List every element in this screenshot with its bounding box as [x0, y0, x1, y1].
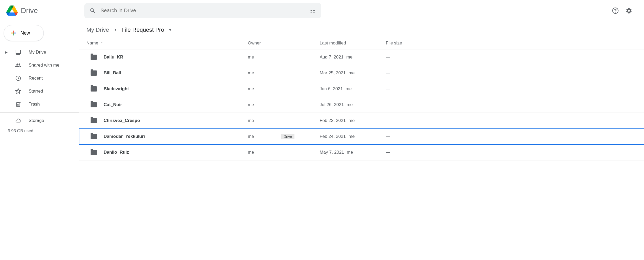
folder-icon: [91, 118, 97, 123]
file-modified: Mar 25, 2021: [320, 70, 346, 75]
file-owner: me: [248, 102, 254, 107]
file-name: Baiju_KR: [104, 55, 123, 60]
file-owner: me: [248, 134, 254, 139]
file-name: Bladewright: [104, 86, 129, 92]
shared-icon: [15, 62, 21, 68]
chevron-right-icon: [113, 27, 118, 32]
sidebar-item-label: Starred: [29, 89, 43, 94]
file-modified-by: me: [346, 55, 352, 60]
my-drive-icon: [15, 49, 21, 55]
column-header-owner[interactable]: Owner: [248, 41, 320, 46]
file-size: —: [386, 150, 390, 155]
file-modified: Feb 22, 2021: [320, 118, 346, 123]
folder-icon: [91, 70, 97, 76]
file-owner: me: [248, 150, 254, 155]
cloud-icon: [15, 118, 21, 124]
file-modified-by: me: [349, 118, 355, 123]
file-owner: me: [248, 86, 254, 91]
header: Drive: [0, 0, 644, 21]
column-header-name[interactable]: Name ↑: [86, 41, 248, 46]
nav: ▶ My Drive Shared with me Recent: [0, 46, 79, 133]
file-modified-by: me: [349, 70, 355, 75]
folder-icon: [91, 55, 97, 60]
folder-icon: [91, 86, 97, 92]
logo-block[interactable]: Drive: [6, 5, 84, 16]
star-icon: [15, 88, 21, 94]
sort-ascending-icon: ↑: [101, 41, 103, 46]
table-header: Name ↑ Owner Last modified File size: [79, 37, 644, 49]
file-size: —: [386, 70, 390, 75]
file-name: Cat_Noir: [104, 102, 122, 107]
plus-icon: [10, 29, 17, 37]
file-name: Danilo_Ruiz: [104, 150, 129, 155]
sidebar-item-label: My Drive: [29, 50, 46, 55]
storage-label: Storage: [29, 118, 44, 123]
settings-icon[interactable]: [625, 7, 633, 14]
recent-icon: [15, 75, 21, 81]
folder-icon: [91, 102, 97, 107]
table-row[interactable]: Danilo_Ruiz me May 7, 2021 me —: [79, 145, 644, 160]
folder-icon: [91, 150, 97, 155]
column-header-size[interactable]: File size: [386, 41, 637, 46]
column-label: Name: [86, 41, 98, 46]
sidebar-item-my-drive[interactable]: ▶ My Drive: [0, 46, 79, 59]
sidebar: New ▶ My Drive Shared with me: [0, 21, 79, 160]
drive-logo-icon: [6, 5, 18, 16]
file-name: Damodar_Yekkuluri: [104, 134, 145, 139]
file-modified: Jul 26, 2021: [320, 102, 344, 107]
file-size: —: [386, 86, 390, 91]
sidebar-item-trash[interactable]: Trash: [0, 98, 79, 111]
search-bar[interactable]: [84, 3, 321, 18]
sidebar-item-label: Trash: [29, 102, 40, 107]
file-owner: me: [248, 55, 254, 60]
tune-icon[interactable]: [310, 8, 316, 14]
storage-used: 9.93 GB used: [8, 129, 79, 133]
divider: [0, 112, 79, 113]
sidebar-item-starred[interactable]: Starred: [0, 85, 79, 98]
file-owner: me: [248, 118, 254, 123]
search-icon: [90, 8, 96, 14]
table-row[interactable]: Damodar_Yekkuluri me Feb 24, 2021 me — D…: [79, 129, 644, 145]
table-row[interactable]: Baiju_KR me Aug 7, 2021 me —: [79, 49, 644, 65]
app-name: Drive: [21, 6, 38, 15]
column-label: File size: [386, 41, 402, 46]
file-modified-by: me: [346, 102, 353, 107]
folder-icon: [91, 134, 97, 139]
sidebar-item-recent[interactable]: Recent: [0, 72, 79, 85]
file-owner: me: [248, 70, 254, 75]
sidebar-item-label: Shared with me: [29, 63, 59, 68]
file-list: Baiju_KR me Aug 7, 2021 me — Bill_Ball m…: [79, 49, 644, 160]
content: My Drive File Request Pro ▼ Name ↑ Owner…: [79, 21, 644, 160]
sidebar-item-storage[interactable]: Storage: [0, 114, 79, 127]
column-label: Last modified: [320, 41, 346, 46]
table-row[interactable]: Cat_Noir me Jul 26, 2021 me —: [79, 97, 644, 113]
file-name: Chrisvea_Crespo: [104, 118, 140, 123]
file-modified: Feb 24, 2021: [320, 134, 346, 139]
new-button[interactable]: New: [4, 25, 44, 41]
table-row[interactable]: Chrisvea_Crespo me Feb 22, 2021 me —: [79, 113, 644, 129]
file-modified-by: me: [346, 86, 352, 91]
sidebar-item-shared[interactable]: Shared with me: [0, 59, 79, 72]
sidebar-item-label: Recent: [29, 76, 43, 81]
table-row[interactable]: Bladewright me Jun 6, 2021 me —: [79, 81, 644, 97]
tooltip: Drive: [281, 134, 294, 139]
column-header-modified[interactable]: Last modified: [320, 41, 386, 46]
file-size: —: [386, 102, 390, 107]
file-modified-by: me: [349, 134, 355, 139]
breadcrumb-root[interactable]: My Drive: [86, 27, 109, 33]
breadcrumb-current[interactable]: File Request Pro: [122, 27, 164, 33]
file-modified: Aug 7, 2021: [320, 55, 344, 60]
breadcrumb-dropdown-icon[interactable]: ▼: [168, 28, 172, 32]
breadcrumb: My Drive File Request Pro ▼: [79, 21, 644, 37]
file-name: Bill_Ball: [104, 70, 121, 76]
file-modified: May 7, 2021: [320, 150, 344, 155]
search-input[interactable]: [100, 8, 305, 14]
table-row[interactable]: Bill_Ball me Mar 25, 2021 me —: [79, 65, 644, 81]
new-button-label: New: [21, 30, 30, 36]
file-size: —: [386, 118, 390, 123]
file-size: —: [386, 134, 390, 139]
expand-icon[interactable]: ▶: [5, 50, 8, 54]
svg-point-1: [615, 12, 615, 12]
file-modified-by: me: [347, 150, 353, 155]
help-icon[interactable]: [612, 7, 619, 14]
